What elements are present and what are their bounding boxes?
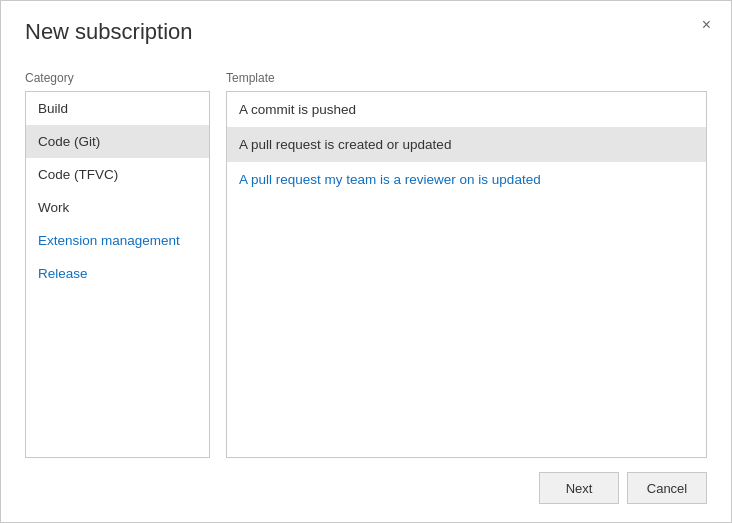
category-item-build[interactable]: Build — [26, 92, 209, 125]
category-item-extension-management[interactable]: Extension management — [26, 224, 209, 257]
next-button[interactable]: Next — [539, 472, 619, 504]
category-column: Category Build Code (Git) Code (TFVC) Wo… — [25, 71, 210, 458]
category-list: Build Code (Git) Code (TFVC) Work Extens… — [25, 91, 210, 458]
template-label: Template — [226, 71, 707, 85]
category-item-code-git[interactable]: Code (Git) — [26, 125, 209, 158]
category-item-work[interactable]: Work — [26, 191, 209, 224]
template-item-commit-pushed[interactable]: A commit is pushed — [227, 92, 706, 127]
close-button[interactable]: × — [696, 13, 717, 37]
dialog-footer: Next Cancel — [1, 458, 731, 522]
dialog-title: New subscription — [25, 19, 193, 44]
category-item-release[interactable]: Release — [26, 257, 209, 290]
template-list: A commit is pushed A pull request is cre… — [226, 91, 707, 458]
template-item-pull-request-created[interactable]: A pull request is created or updated — [227, 127, 706, 162]
category-item-code-tfvc[interactable]: Code (TFVC) — [26, 158, 209, 191]
cancel-button[interactable]: Cancel — [627, 472, 707, 504]
category-label: Category — [25, 71, 210, 85]
template-item-pull-request-reviewer[interactable]: A pull request my team is a reviewer on … — [227, 162, 706, 197]
dialog-body: Category Build Code (Git) Code (TFVC) Wo… — [1, 55, 731, 458]
new-subscription-dialog: New subscription × Category Build Code (… — [0, 0, 732, 523]
template-column: Template A commit is pushed A pull reque… — [226, 71, 707, 458]
dialog-header: New subscription × — [1, 1, 731, 55]
